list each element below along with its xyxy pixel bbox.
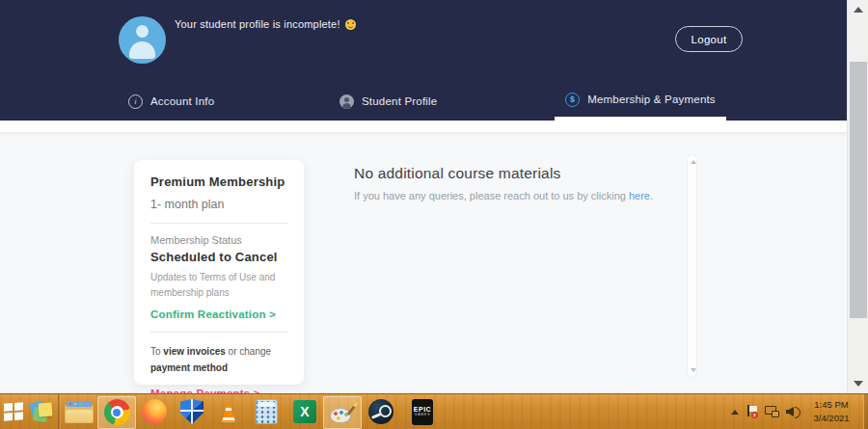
vlc-button[interactable] [211,394,246,429]
volume-icon[interactable] [786,406,800,417]
epic-label: EPIC [414,406,431,413]
calculator-icon [256,399,278,424]
hidden-icons-arrow[interactable] [731,410,739,415]
logout-button[interactable]: Logout [675,26,743,52]
start-button[interactable] [0,394,27,429]
file-explorer-button[interactable] [61,394,97,429]
action-center-flag-icon[interactable]: x [746,405,758,418]
defender-button[interactable] [173,394,211,429]
view-invoices-text: view invoices [163,346,225,357]
tab-student-profile[interactable]: Student Profile [339,82,437,121]
epic-sublabel: GAMES [415,413,431,418]
membership-status-note: Updates to Terms of Use and membership p… [150,270,295,300]
invoices-text-mid: or change [226,346,271,357]
steam-button[interactable] [362,394,400,429]
panel-scroll-down-icon[interactable] [691,368,696,372]
card-divider [150,332,287,333]
tab-membership-payments[interactable]: $ Membership & Payments [555,82,726,121]
calculator-button[interactable] [246,394,286,429]
show-desktop-button[interactable] [863,394,868,429]
queries-subtext: If you have any queries, please reach ou… [354,190,653,201]
panel-scrollbar[interactable] [687,154,697,378]
windows-logo-icon [4,402,23,420]
tab-account-info[interactable]: i Account Info [128,82,214,121]
vlc-cone-icon [218,400,239,424]
membership-card: Premium Membership 1- month plan Members… [134,160,304,385]
excel-button[interactable]: X [286,394,323,429]
network-icon[interactable] [765,406,779,417]
profile-avatar[interactable] [119,16,166,64]
epic-games-icon: EPIC GAMES [412,399,433,425]
payment-method-text: payment method [150,362,228,373]
tab-membership-payments-label: Membership & Payments [587,94,716,105]
winking-face-emoji [345,19,356,30]
chrome-button[interactable] [97,396,136,429]
epic-games-button[interactable]: EPIC GAMES [400,394,445,429]
scroll-up-icon[interactable] [854,7,863,13]
system-tray: x 1:45 PM 3/4/2021 [731,398,863,425]
sticky-notes-button[interactable] [27,394,58,429]
scroll-down-icon[interactable] [854,381,863,387]
confirm-reactivation-link[interactable]: Confirm Reactivation > [150,308,287,320]
membership-status-value: Scheduled to Cancel [150,250,287,264]
invoices-text: To view invoices or change payment metho… [150,343,295,376]
content-top-strip [0,121,847,132]
paint-palette-icon [330,401,355,424]
profile-incomplete-message: Your student profile is incomplete! [175,18,356,30]
chrome-icon [104,399,130,425]
action-center-badge: x [751,412,758,418]
screen: Your student profile is incomplete! Logo… [0,0,868,429]
firefox-icon [142,399,167,424]
tab-student-profile-label: Student Profile [362,95,437,107]
browser-scrollbar[interactable] [847,0,868,393]
content-area: Premium Membership 1- month plan Members… [0,121,847,393]
clock-time: 1:45 PM [809,398,854,412]
info-icon: i [128,94,143,109]
plan-subtitle: 1- month plan [150,198,287,211]
course-materials-heading: No additional course materials [354,165,561,182]
tab-account-info-label: Account Info [150,95,214,107]
profile-incomplete-text: Your student profile is incomplete! [175,18,340,30]
dollar-icon: $ [565,93,580,107]
shield-icon [180,399,203,424]
clock-date: 3/4/2021 [809,412,854,425]
scrollbar-thumb[interactable] [850,62,867,318]
excel-icon: X [293,400,316,423]
membership-status-label: Membership Status [150,234,287,246]
taskbar-clock[interactable]: 1:45 PM 3/4/2021 [807,398,855,425]
web-page: Your student profile is incomplete! Logo… [0,0,847,393]
queries-subtext-body: If you have any queries, please reach ou… [354,190,629,201]
card-divider [150,223,287,224]
panel-scroll-up-icon[interactable] [691,160,696,164]
person-icon [339,94,354,109]
paint-button[interactable] [323,396,362,429]
steam-icon [368,399,393,424]
plan-title: Premium Membership [150,174,287,189]
invoices-text-prefix: To [150,346,163,357]
app-header: Your student profile is incomplete! Logo… [0,0,847,121]
firefox-button[interactable] [136,394,173,429]
folder-icon [65,401,94,423]
sticky-notes-icon [30,400,55,423]
windows-taskbar: X EPIC GAMES x 1:45 PM 3/4/2021 [0,393,868,429]
here-link[interactable]: here. [629,190,653,201]
